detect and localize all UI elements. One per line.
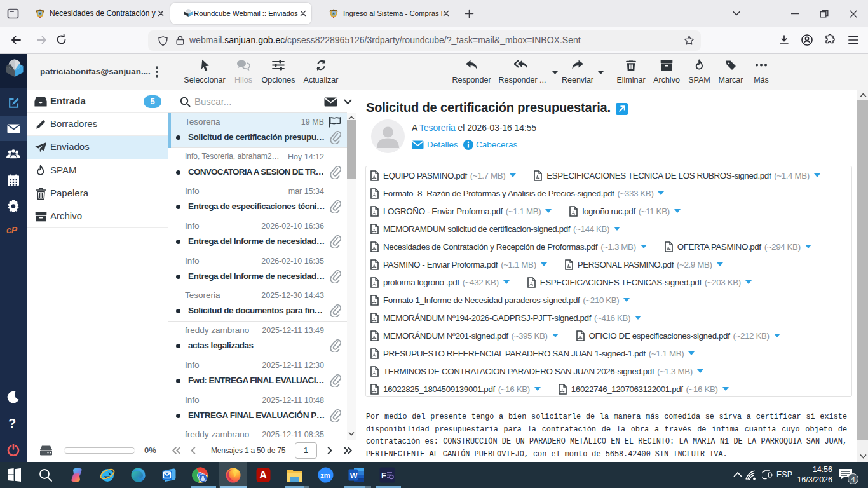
svg-text:F: F [381, 471, 386, 480]
svg-text:W: W [350, 471, 358, 480]
svg-text:A: A [259, 470, 267, 480]
svg-text:zm: zm [320, 471, 330, 479]
